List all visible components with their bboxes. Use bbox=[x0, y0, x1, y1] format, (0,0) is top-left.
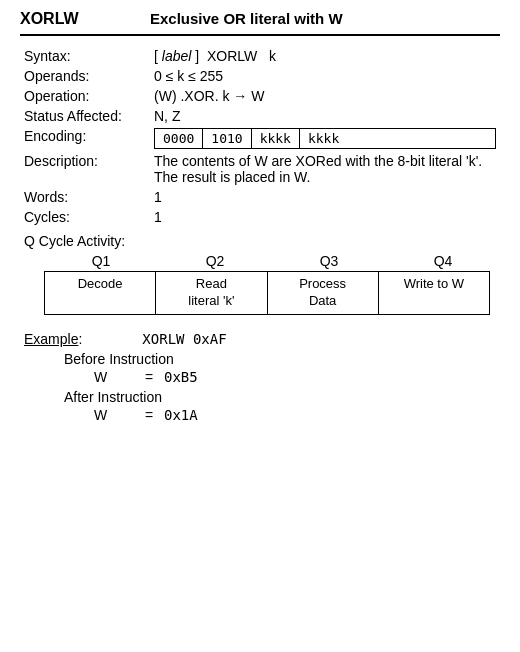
cycles-value: 1 bbox=[150, 207, 500, 227]
words-row: Words: 1 bbox=[20, 187, 500, 207]
q-cycle-label: Q Cycle Activity: bbox=[24, 233, 500, 249]
description-label: Description: bbox=[20, 151, 150, 187]
after-value-row: W = 0x1A bbox=[94, 407, 500, 423]
operation-label: Operation: bbox=[20, 86, 150, 106]
encoding-cells: 00001010kkkkkkkk bbox=[154, 128, 496, 149]
info-table: Syntax: [ label ] XORLW k Operands: 0 ≤ … bbox=[20, 46, 500, 227]
q-data-cell: Decode bbox=[45, 272, 156, 314]
example-colon: : bbox=[78, 331, 82, 347]
operands-row: Operands: 0 ≤ k ≤ 255 bbox=[20, 66, 500, 86]
syntax-cmd: XORLW bbox=[207, 48, 257, 64]
syntax-label: Syntax: bbox=[20, 46, 150, 66]
example-code: XORLW 0xAF bbox=[142, 331, 226, 347]
q-cycle-data: DecodeRead literal 'k'Process DataWrite … bbox=[44, 271, 490, 315]
example-label: Example bbox=[24, 331, 78, 347]
instruction-description: Exclusive OR literal with W bbox=[150, 10, 343, 27]
q-cycle-section: Q Cycle Activity: Q1Q2Q3Q4 DecodeRead li… bbox=[24, 233, 500, 315]
instruction-title: XORLW bbox=[20, 10, 150, 28]
description-row: Description: The contents of W are XORed… bbox=[20, 151, 500, 187]
q-header-cell: Q3 bbox=[272, 253, 386, 271]
q-data-cell: Process Data bbox=[268, 272, 379, 314]
q-data-cell: Read literal 'k' bbox=[156, 272, 267, 314]
example-section: Example : XORLW 0xAF Before Instruction … bbox=[24, 331, 500, 423]
ba-val: 0x1A bbox=[164, 407, 198, 423]
before-after-block: Before Instruction W = 0xB5 After Instru… bbox=[64, 351, 500, 423]
cycles-row: Cycles: 1 bbox=[20, 207, 500, 227]
example-line: Example : XORLW 0xAF bbox=[24, 331, 500, 347]
encoding-row: Encoding: 00001010kkkkkkkk bbox=[20, 126, 500, 151]
ba-eq: = bbox=[134, 369, 164, 385]
syntax-label-italic: label bbox=[162, 48, 192, 64]
status-value: N, Z bbox=[150, 106, 500, 126]
before-label: Before Instruction bbox=[64, 351, 500, 367]
operation-row: Operation: (W) .XOR. k → W bbox=[20, 86, 500, 106]
words-label: Words: bbox=[20, 187, 150, 207]
q-header-cell: Q4 bbox=[386, 253, 500, 271]
ba-var: W bbox=[94, 369, 134, 385]
words-value: 1 bbox=[150, 187, 500, 207]
q-data-cell: Write to W bbox=[379, 272, 489, 314]
ba-eq: = bbox=[134, 407, 164, 423]
encoding-cell: kkkk bbox=[300, 129, 347, 148]
cycles-label: Cycles: bbox=[20, 207, 150, 227]
q-header-cell: Q1 bbox=[44, 253, 158, 271]
q-cycle-headers: Q1Q2Q3Q4 bbox=[44, 253, 500, 271]
q-header-cell: Q2 bbox=[158, 253, 272, 271]
status-row: Status Affected: N, Z bbox=[20, 106, 500, 126]
description-text: The contents of W are XORed with the 8-b… bbox=[150, 151, 500, 187]
after-label: After Instruction bbox=[64, 389, 500, 405]
syntax-arg: k bbox=[269, 48, 276, 64]
before-value-row: W = 0xB5 bbox=[94, 369, 500, 385]
encoding-label: Encoding: bbox=[20, 126, 150, 151]
encoding-cell: 1010 bbox=[203, 129, 251, 148]
operands-label: Operands: bbox=[20, 66, 150, 86]
encoding-cell: 0000 bbox=[155, 129, 203, 148]
ba-var: W bbox=[94, 407, 134, 423]
encoding-value: 00001010kkkkkkkk bbox=[150, 126, 500, 151]
operation-value: (W) .XOR. k → W bbox=[150, 86, 500, 106]
ba-val: 0xB5 bbox=[164, 369, 198, 385]
header-row: XORLW Exclusive OR literal with W bbox=[20, 10, 500, 36]
operands-value: 0 ≤ k ≤ 255 bbox=[150, 66, 500, 86]
encoding-cell: kkkk bbox=[252, 129, 300, 148]
syntax-value: [ label ] XORLW k bbox=[150, 46, 500, 66]
status-label: Status Affected: bbox=[20, 106, 150, 126]
syntax-row: Syntax: [ label ] XORLW k bbox=[20, 46, 500, 66]
